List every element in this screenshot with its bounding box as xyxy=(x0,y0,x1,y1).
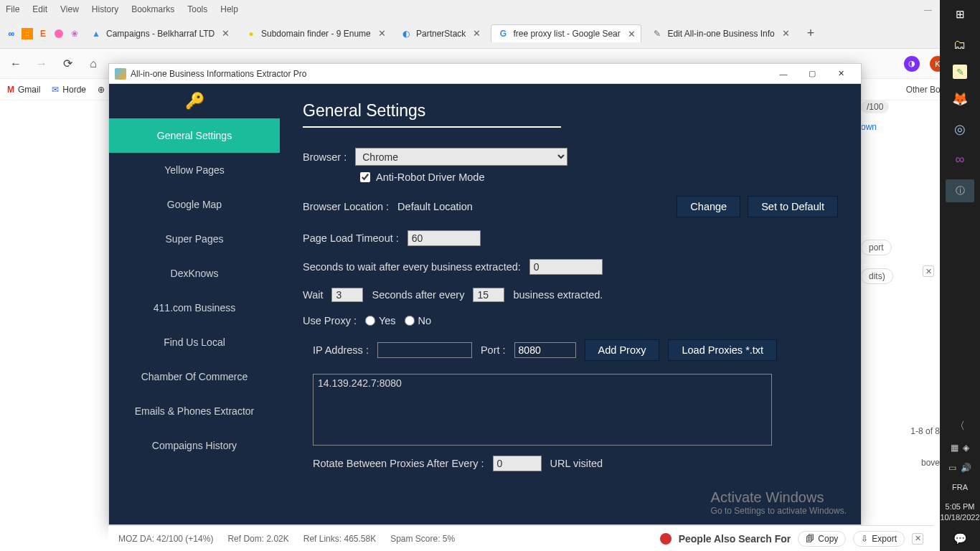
language-indicator[interactable]: FRA xyxy=(952,483,968,491)
extension-icon[interactable]: ◑ xyxy=(904,56,920,72)
port-pill[interactable]: port✕ xyxy=(861,240,892,255)
app-minimize-icon[interactable]: — xyxy=(769,64,798,84)
brand-icon xyxy=(660,533,672,545)
orange-icon[interactable]: :: xyxy=(22,28,33,39)
tab-close-icon[interactable]: ✕ xyxy=(782,28,790,39)
new-tab-button[interactable]: + xyxy=(800,26,822,41)
start-icon[interactable]: ⊞ xyxy=(950,4,970,24)
google-ads-icon: ▲ xyxy=(90,28,102,39)
location-value: Default Location xyxy=(397,201,473,212)
tab-close-icon[interactable]: ✕ xyxy=(473,28,481,39)
ip-input[interactable] xyxy=(377,342,472,358)
app-maximize-icon[interactable]: ▢ xyxy=(798,64,826,84)
tray-icons[interactable]: ▦◈ xyxy=(951,443,969,453)
tabs-bar: ∞ :: E ❀ ▲ Campaigns - Belkharraf LTD ✕ … xyxy=(0,19,980,49)
sidebar-item-superpages[interactable]: Super Pages xyxy=(109,222,280,256)
network-icon[interactable]: ▦ xyxy=(951,443,958,453)
visualstudio-icon[interactable]: ∞ xyxy=(950,149,970,169)
app-title: All-in-one Business Informations Extract… xyxy=(131,69,306,79)
home-icon[interactable]: ⌂ xyxy=(85,57,102,70)
menu-view[interactable]: View xyxy=(60,4,79,14)
sidebar-item-emails[interactable]: Emails & Phones Extractor xyxy=(109,394,280,428)
sidebar-item-finduslocal[interactable]: Find Us Local xyxy=(109,325,280,359)
rotate-label: Rotate Between Proxies After Every : xyxy=(313,458,484,469)
menu-edit[interactable]: Edit xyxy=(32,4,47,14)
add-proxy-button[interactable]: Add Proxy xyxy=(585,339,660,361)
menu-bookmarks[interactable]: Bookmarks xyxy=(131,4,174,14)
forward-icon[interactable]: → xyxy=(33,57,50,70)
anti-robot-checkbox[interactable] xyxy=(360,172,370,182)
sidebar-item-campaigns[interactable]: Compaigns History xyxy=(109,428,280,463)
sidebar-item-general[interactable]: General Settings xyxy=(109,118,280,153)
browser-select[interactable]: Chrome xyxy=(355,148,567,166)
browser-label: Browser : xyxy=(303,151,347,163)
tab-campaigns[interactable]: ▲ Campaigns - Belkharraf LTD ✕ xyxy=(85,25,235,42)
close-icon[interactable]: ✕ xyxy=(912,533,923,545)
proxy-no-radio[interactable] xyxy=(405,316,415,326)
app-window: All-in-one Business Informations Extract… xyxy=(108,63,862,525)
reflinks-text: Ref Links: 465.58K xyxy=(303,534,376,544)
etsy-icon[interactable]: E xyxy=(37,28,49,39)
port-label: Port : xyxy=(481,344,506,356)
port-input[interactable] xyxy=(514,342,576,358)
lotus-icon[interactable]: ❀ xyxy=(69,28,80,39)
tab-close-icon[interactable]: ✕ xyxy=(222,28,230,39)
menu-help[interactable]: Help xyxy=(220,4,238,14)
change-button[interactable]: Change xyxy=(677,196,740,217)
every-input[interactable] xyxy=(473,288,504,302)
reload-icon[interactable]: ⟳ xyxy=(59,57,76,70)
app-icon xyxy=(115,68,126,80)
pink-icon[interactable] xyxy=(53,28,65,39)
location-label: Browser Location : xyxy=(303,201,389,212)
volume-icon[interactable]: 🔊 xyxy=(961,463,971,473)
minimize-icon[interactable]: — xyxy=(924,5,932,14)
tray-icons-2[interactable]: ▭🔊 xyxy=(948,463,971,473)
extractor-app-icon[interactable]: ⓘ xyxy=(946,179,974,202)
app-close-icon[interactable]: ✕ xyxy=(826,64,855,84)
menu-tools[interactable]: Tools xyxy=(187,4,207,14)
edit-icon: ✎ xyxy=(651,28,663,39)
rotate-input[interactable] xyxy=(493,456,542,471)
sidebar-item-chamber[interactable]: Chamber Of Commerce xyxy=(109,359,280,394)
bookmark-globe[interactable]: ⊕ xyxy=(98,85,105,95)
business-extracted-label: business extracted. xyxy=(513,289,603,301)
tab-google-search[interactable]: G free proxy list - Google Sear ✕ xyxy=(491,24,641,42)
wait-after-input[interactable] xyxy=(529,259,603,275)
wait-input[interactable] xyxy=(331,288,363,302)
tab-edit-business[interactable]: ✎ Edit All-in-one Business Info ✕ xyxy=(646,25,795,42)
set-default-button[interactable]: Set to Default xyxy=(748,196,838,217)
proxy-yes-radio[interactable] xyxy=(365,316,375,326)
own-link[interactable]: own xyxy=(861,122,940,132)
explorer-icon[interactable]: 🗂 xyxy=(950,34,970,55)
app-a-icon[interactable]: ◎ xyxy=(950,119,970,139)
back-icon[interactable]: ← xyxy=(7,57,24,70)
close-icon[interactable]: ✕ xyxy=(923,265,934,277)
notes-icon[interactable]: ✎ xyxy=(953,65,967,79)
sidebar-item-dexknows[interactable]: DexKnows xyxy=(109,256,280,291)
meta-icon[interactable]: ∞ xyxy=(6,28,17,39)
app-titlebar[interactable]: All-in-one Business Informations Extract… xyxy=(109,64,861,84)
copy-button[interactable]: 🗐 Copy xyxy=(798,531,846,547)
menu-file[interactable]: File xyxy=(6,4,19,14)
tray-chevron-icon[interactable]: 〈 xyxy=(955,420,965,433)
sidebar-item-yellowpages[interactable]: Yellow Pages xyxy=(109,153,280,187)
notifications-icon[interactable]: 💬 xyxy=(953,532,967,545)
anti-robot-label: Anti-Robot Driver Mode xyxy=(376,171,485,183)
bookmark-gmail[interactable]: MGmail xyxy=(7,85,40,95)
sidebar-item-411[interactable]: 411.com Business xyxy=(109,291,280,325)
tab-close-icon[interactable]: ✕ xyxy=(628,29,636,39)
export-button[interactable]: ⇩ Export xyxy=(853,531,905,547)
proxy-list[interactable]: 14.139.242.7:8080 xyxy=(313,374,772,446)
menu-history[interactable]: History xyxy=(92,4,118,14)
battery-icon[interactable]: ▭ xyxy=(948,463,956,473)
load-proxies-button[interactable]: Load Proxies *.txt xyxy=(668,339,777,361)
firefox-icon[interactable]: 🦊 xyxy=(950,89,970,109)
tab-subdomain[interactable]: ● Subdomain finder - 9 Enume ✕ xyxy=(240,25,390,42)
clock[interactable]: 5:05 PM10/18/2022 xyxy=(940,501,979,522)
tab-partnerstack[interactable]: ◐ PartnerStack ✕ xyxy=(395,25,486,42)
tab-close-icon[interactable]: ✕ xyxy=(378,28,386,39)
wifi-icon[interactable]: ◈ xyxy=(963,443,969,453)
bookmark-horde[interactable]: ✉Horde xyxy=(52,85,86,95)
timeout-input[interactable] xyxy=(407,230,481,246)
sidebar-item-googlemap[interactable]: Google Map xyxy=(109,187,280,222)
